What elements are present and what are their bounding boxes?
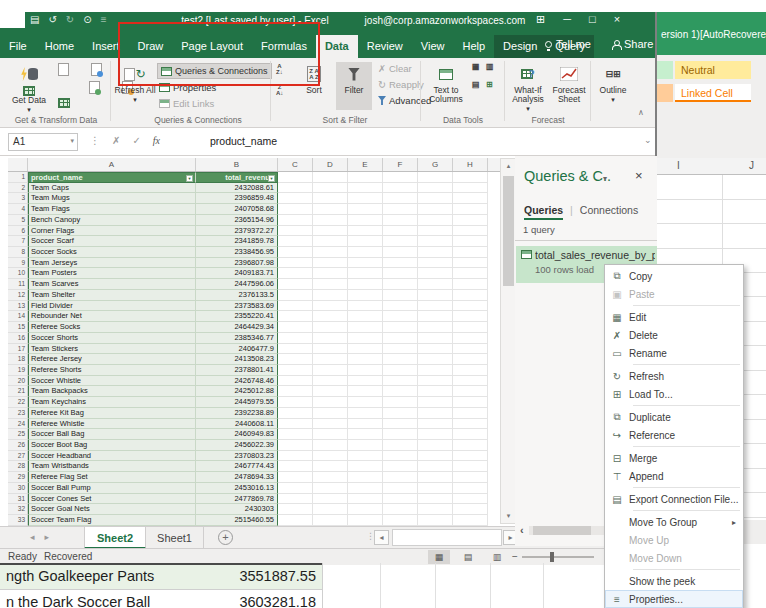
ribbon-tab[interactable]: View (412, 35, 454, 58)
table-header-revenue[interactable]: total_revenue▼ (196, 172, 278, 183)
table-row[interactable]: 32 Soccer Goal Nets 2430303 (8, 504, 488, 515)
product-name-cell[interactable]: Team Wristbands (28, 461, 196, 472)
revenue-cell[interactable]: 2392238.89 (196, 408, 278, 419)
context-menu-item[interactable]: Move Up (605, 531, 743, 549)
context-menu-item[interactable]: ▣ Paste (605, 285, 743, 303)
scrollbar-thumb[interactable] (533, 526, 591, 535)
table-row[interactable]: 23 Referee Kit Bag 2392238.89 (8, 408, 488, 419)
ribbon-tab[interactable]: Home (36, 35, 83, 58)
row-number[interactable]: 14 (8, 311, 28, 322)
product-name-cell[interactable]: Team Keychains (28, 397, 196, 408)
row-number[interactable]: 13 (8, 301, 28, 312)
row-number[interactable]: 29 (8, 472, 28, 483)
table-row[interactable]: 8 Soccer Socks 2338456.95 (8, 247, 488, 258)
tell-me-box[interactable]: Tell me (545, 38, 591, 50)
revenue-cell[interactable]: 2409183.71 (196, 268, 278, 279)
table-row[interactable]: 12 Team Shelter 2376133.5 (8, 290, 488, 301)
zoom-out-icon[interactable]: − (512, 551, 518, 562)
product-name-cell[interactable]: Soccer Scarf (28, 236, 196, 247)
context-menu-item[interactable]: ⊤ Append (605, 467, 743, 485)
pane-close-icon[interactable]: × (635, 168, 643, 183)
page-layout-view-icon[interactable]: ▤ (457, 550, 479, 564)
restore-icon[interactable]: ⊞ (536, 13, 545, 26)
column-header[interactable]: H (453, 158, 488, 171)
ribbon-tab[interactable]: Data (316, 35, 358, 58)
enter-icon[interactable]: ✓ (132, 135, 140, 146)
name-box[interactable]: A1 (8, 133, 78, 151)
normal-view-icon[interactable]: ▦ (428, 550, 450, 564)
row-number[interactable]: 22 (8, 397, 28, 408)
hscroll-left-icon[interactable]: ◂ (374, 530, 389, 545)
table-row[interactable]: 5 Bench Canopy 2365154.96 (8, 215, 488, 226)
outline-button[interactable]: ⊟⊞ Outline (596, 62, 630, 104)
product-name-cell[interactable]: Team Scarves (28, 279, 196, 290)
context-menu-item[interactable]: ⊞ Load To... (605, 385, 743, 403)
cell-style-note-fragment[interactable] (657, 84, 673, 102)
product-name-cell[interactable]: Team Backpacks (28, 386, 196, 397)
table-row[interactable]: 16 Soccer Shorts 2385346.77 (8, 333, 488, 344)
table-row[interactable]: 19 Referee Shorts 2378801.41 (8, 365, 488, 376)
row-number[interactable]: 16 (8, 333, 28, 344)
from-table-range-icon[interactable] (58, 98, 70, 108)
table-row[interactable]: 33 Soccer Team Flag 2515460.55 (8, 515, 488, 526)
table-row[interactable]: 3 Team Mugs 2396859.48 (8, 193, 488, 204)
row-number[interactable]: 5 (8, 215, 28, 226)
data-validation-icon[interactable]: ▤ (472, 82, 480, 88)
table-row[interactable]: 9 Team Jerseys 2396807.98 (8, 258, 488, 269)
table-row[interactable]: 10 Team Posters 2409183.71 (8, 268, 488, 279)
revenue-cell[interactable]: 2406477.9 (196, 344, 278, 355)
table-row[interactable]: 25 Soccer Ball Bag 2460949.83 (8, 429, 488, 440)
touch-mode-icon[interactable]: ⊙ (83, 14, 91, 25)
row-number[interactable]: 4 (8, 204, 28, 215)
context-menu-item[interactable]: ⊟ Merge (605, 449, 743, 467)
close-icon[interactable]: × (614, 13, 620, 26)
row-number[interactable]: 24 (8, 419, 28, 430)
cancel-icon[interactable]: ✗ (112, 135, 120, 146)
product-name-cell[interactable]: Soccer Socks (28, 247, 196, 258)
revenue-cell[interactable]: 2440608.11 (196, 419, 278, 430)
column-header[interactable]: E (348, 158, 383, 171)
table-row[interactable]: 26 Soccer Boot Bag 2456022.39 (8, 440, 488, 451)
table-row[interactable]: 20 Soccer Whistle 2426748.46 (8, 376, 488, 387)
column-header-i[interactable]: I (677, 160, 680, 171)
product-name-cell[interactable]: Referee Jersey (28, 354, 196, 365)
revenue-cell[interactable]: 2413508.23 (196, 354, 278, 365)
product-name-cell[interactable]: Bench Canopy (28, 215, 196, 226)
product-name-cell[interactable]: Team Mugs (28, 193, 196, 204)
table-row[interactable]: 2 Team Caps 2432088.61 (8, 183, 488, 194)
table-row[interactable]: 13 Field Divider 2373583.69 (8, 301, 488, 312)
ribbon-tab[interactable]: Help (453, 35, 494, 58)
product-name-cell[interactable]: Rebounder Net (28, 311, 196, 322)
context-menu-item[interactable]: ✗ Delete (605, 326, 743, 344)
consolidate-icon[interactable]: ⊞ (486, 82, 493, 88)
status-recovered[interactable]: Recovered (44, 551, 92, 562)
revenue-cell[interactable]: 2341859.78 (196, 236, 278, 247)
cell-style-good-fragment[interactable] (657, 61, 673, 79)
context-menu-item[interactable]: ▤ Export Connection File... (605, 490, 743, 508)
context-menu-item[interactable]: Show the peek (605, 572, 743, 590)
column-header[interactable]: F (383, 158, 418, 171)
row-number[interactable]: 18 (8, 354, 28, 365)
cell-style-neutral[interactable]: Neutral (675, 61, 751, 79)
minimize-icon[interactable]: ─ (563, 13, 571, 26)
column-header[interactable]: A (28, 158, 196, 171)
context-menu-item[interactable]: ↻ Refresh (605, 367, 743, 385)
context-menu-item[interactable]: Move To Group (605, 513, 743, 531)
table-row[interactable]: 30 Soccer Ball Pump 2453016.13 (8, 483, 488, 494)
revenue-cell[interactable]: 2365154.96 (196, 215, 278, 226)
table-row[interactable]: 29 Referee Flag Set 2478694.33 (8, 472, 488, 483)
row-number[interactable]: 25 (8, 429, 28, 440)
table-row[interactable]: 22 Team Keychains 2445979.55 (8, 397, 488, 408)
table-row[interactable]: 24 Referee Whistle 2440608.11 (8, 419, 488, 430)
row-number[interactable]: 26 (8, 440, 28, 451)
table-header-product[interactable]: product_name▼ (28, 172, 196, 183)
revenue-cell[interactable]: 2477869.78 (196, 494, 278, 505)
product-name-cell[interactable]: Soccer Headband (28, 451, 196, 462)
revenue-cell[interactable]: 2453016.13 (196, 483, 278, 494)
product-name-cell[interactable]: Referee Kit Bag (28, 408, 196, 419)
row-number[interactable]: 20 (8, 376, 28, 387)
context-menu-item[interactable]: ⧉ Copy (605, 267, 743, 285)
row-number[interactable]: 8 (8, 247, 28, 258)
scrollbar-thumb[interactable] (503, 176, 514, 286)
row-number[interactable]: 9 (8, 258, 28, 269)
